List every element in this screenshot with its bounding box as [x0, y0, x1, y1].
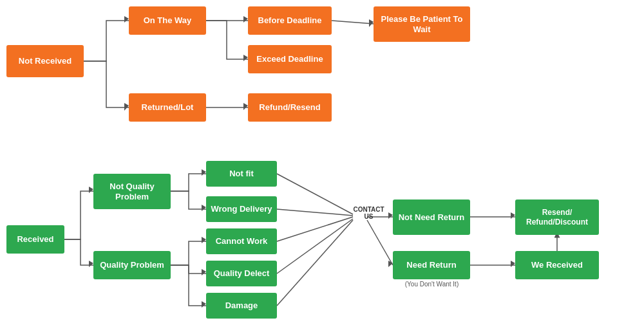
contact-us-label: CONTACT US [348, 206, 390, 220]
returned-lot-node: Returned/Lot [129, 93, 206, 122]
on-the-way-node: On The Way [129, 6, 206, 35]
quality-problem-node: Quality Problem [93, 251, 171, 279]
diagram: Not Received On The Way Returned/Lot Bef… [0, 0, 644, 334]
svg-marker-27 [511, 212, 515, 219]
svg-marker-14 [243, 16, 248, 23]
svg-line-4 [277, 174, 353, 214]
please-be-patient-node: Please Be Patient To Wait [374, 6, 470, 42]
received-node: Received [6, 225, 64, 254]
cannot-work-node: Cannot Work [206, 228, 277, 254]
before-deadline-node: Before Deadline [248, 6, 332, 35]
svg-marker-28 [511, 261, 515, 267]
not-fit-node: Not fit [206, 161, 277, 187]
svg-marker-19 [89, 261, 93, 267]
svg-marker-22 [202, 237, 206, 243]
wrong-delivery-node: Wrong Delivery [206, 196, 277, 222]
svg-line-6 [277, 220, 353, 306]
not-received-node: Not Received [6, 45, 84, 77]
svg-marker-20 [202, 169, 206, 176]
damage-node: Damage [206, 293, 277, 319]
svg-marker-16 [369, 19, 374, 27]
not-quality-problem-node: Not Quality Problem [93, 174, 171, 209]
svg-line-8 [367, 220, 393, 265]
exceed-deadline-node: Exceed Deadline [248, 45, 332, 73]
svg-marker-23 [202, 269, 206, 275]
you-dont-want-it-label: (You Don't Want It) [385, 281, 478, 288]
svg-marker-15 [243, 55, 248, 61]
svg-marker-21 [202, 205, 206, 211]
quality-defect-node: Quality Delect [206, 261, 277, 286]
svg-line-0 [332, 21, 374, 24]
svg-marker-13 [124, 103, 129, 111]
svg-line-5 [277, 209, 353, 216]
need-return-node: Need Return [393, 251, 470, 279]
svg-line-2 [277, 217, 353, 241]
svg-line-3 [277, 219, 353, 274]
svg-marker-17 [243, 103, 248, 110]
not-need-return-node: Not Need Return [393, 199, 470, 235]
svg-marker-18 [89, 187, 93, 193]
svg-marker-12 [124, 16, 129, 23]
refund-resend-node: Refund/Resend [248, 93, 332, 122]
resend-refund-discount-node: Resend/ Refund/Discount [515, 199, 599, 235]
svg-marker-24 [202, 301, 206, 308]
svg-marker-26 [388, 261, 393, 267]
we-received-node: We Received [515, 251, 599, 279]
